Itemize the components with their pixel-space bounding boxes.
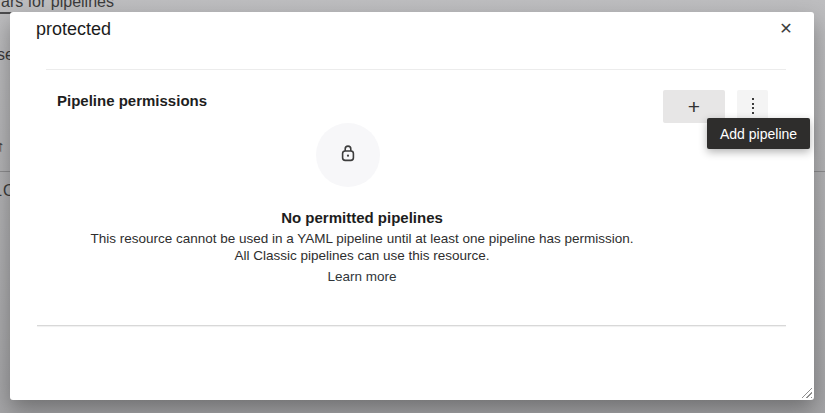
close-button[interactable]: ✕ xyxy=(767,10,805,46)
more-options-icon xyxy=(752,98,754,114)
empty-state-description-line2: All Classic pipelines can use this resou… xyxy=(36,247,688,264)
dialog-title: protected xyxy=(36,19,111,40)
lock-icon xyxy=(339,144,357,167)
add-pipeline-tooltip: Add pipeline xyxy=(707,118,810,149)
empty-state-description-line1: This resource cannot be used in a YAML p… xyxy=(36,230,688,247)
resize-grip[interactable] xyxy=(799,385,812,398)
bg-up-arrow-glyph: ↑ xyxy=(0,137,5,154)
empty-state: No permitted pipelines This resource can… xyxy=(36,123,688,285)
empty-state-icon-circle xyxy=(316,123,380,187)
section-heading: Pipeline permissions xyxy=(57,92,207,109)
plus-icon: + xyxy=(688,95,700,119)
background-page-text: ars for pipelines xyxy=(1,0,114,11)
header-divider xyxy=(46,69,786,70)
close-icon: ✕ xyxy=(779,19,792,38)
learn-more-link[interactable]: Learn more xyxy=(327,269,396,284)
pipeline-permissions-dialog: protected ✕ Pipeline permissions + Add p… xyxy=(10,12,814,400)
empty-state-title: No permitted pipelines xyxy=(36,209,688,226)
footer-divider xyxy=(37,325,786,326)
